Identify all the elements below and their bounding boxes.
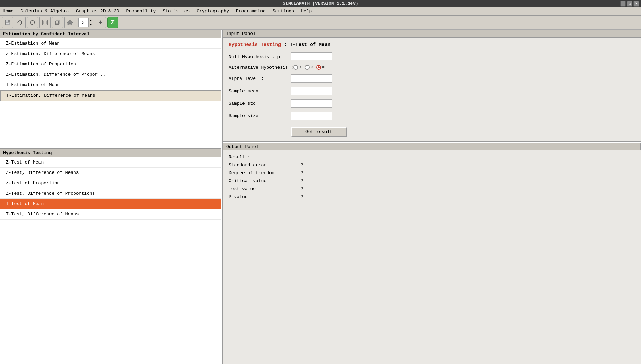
sample-mean-input[interactable]: [291, 87, 332, 95]
degree-freedom-row: Degree of freedom ?: [229, 170, 635, 176]
menu-settings[interactable]: Settings: [271, 8, 295, 15]
estimation-header: Estimation by Confident Interval: [0, 30, 221, 38]
svg-rect-3: [6, 23, 9, 24]
critical-value-value: ?: [301, 178, 303, 184]
estimation-section: Estimation by Confident Interval Z-Estim…: [0, 30, 221, 149]
output-panel-minimize[interactable]: —: [635, 144, 638, 149]
menu-calculus[interactable]: Calculus & Algebra: [19, 8, 70, 15]
fullscreen-button[interactable]: [39, 17, 51, 28]
list-item-z-est-diff-means[interactable]: Z-Estimation, Difference of Means: [0, 49, 221, 59]
hypothesis-section: Hypothesis Testing Z-Test of Mean Z-Test…: [0, 149, 221, 364]
menu-home[interactable]: Home: [1, 8, 15, 15]
list-item-t-test-mean[interactable]: T-Test of Mean: [0, 199, 221, 209]
null-hypothesis-label: Null Hypothesis : μ =: [229, 54, 291, 59]
list-item-z-est-diff-propor[interactable]: Z-Estimation, Difference of Propor...: [0, 69, 221, 80]
critical-value-label: Critical value: [229, 178, 298, 184]
degree-freedom-label: Degree of freedom: [229, 170, 298, 176]
list-item-t-test-diff-means[interactable]: T-Test, Difference of Means: [0, 209, 221, 220]
standard-error-label: Standard error: [229, 162, 298, 168]
svg-rect-1: [6, 20, 8, 22]
list-item-z-est-proportion[interactable]: Z-Estimation of Proportion: [0, 59, 221, 69]
sample-std-row: Sample std: [229, 99, 635, 108]
zoom-stepper: ▲ ▼: [78, 18, 93, 27]
menu-statistics[interactable]: Statistics: [161, 8, 191, 15]
menu-cryptography[interactable]: Cryptography: [195, 8, 230, 15]
list-item-z-test-proportion[interactable]: Z-Test of Proportion: [0, 178, 221, 188]
home-button[interactable]: [64, 17, 75, 28]
plus-button[interactable]: +: [95, 17, 106, 28]
input-panel-minimize[interactable]: —: [635, 31, 638, 36]
test-name-label: T-Test of Mean: [290, 42, 330, 47]
menu-probability[interactable]: Probability: [125, 8, 157, 15]
zoom-down-arrow[interactable]: ▼: [88, 22, 93, 27]
sample-size-label: Sample size: [229, 113, 291, 119]
main-layout: Estimation by Confident Interval Z-Estim…: [0, 30, 641, 364]
get-result-button[interactable]: Get result: [291, 127, 347, 137]
radio-notequal-circle[interactable]: [316, 65, 321, 70]
list-item-z-test-mean[interactable]: Z-Test of Mean: [0, 157, 221, 168]
alpha-level-row: Alpha level :: [229, 74, 635, 83]
sample-size-input[interactable]: [291, 112, 332, 120]
list-item-z-test-diff-proportions[interactable]: Z-Test, Difference of Proportions: [0, 188, 221, 199]
result-label-row: Result :: [229, 155, 635, 160]
p-value-value: ?: [301, 194, 303, 199]
radio-notequal[interactable]: ≠: [316, 65, 325, 70]
undo-button[interactable]: [15, 17, 26, 28]
radio-greater[interactable]: >: [293, 65, 302, 70]
hypothesis-testing-label: Hypothesis Testing: [229, 42, 281, 47]
input-panel: Hypothesis Testing : T-Test of Mean Null…: [223, 37, 641, 141]
output-panel: Output Panel — Result : Standard error ?…: [223, 143, 641, 364]
menu-graphics[interactable]: Graphics 2D & 3D: [75, 8, 121, 15]
z-icon-button[interactable]: Z: [107, 17, 118, 28]
alternative-hypothesis-label: Alternative Hypothesis :: [229, 65, 293, 70]
radio-less[interactable]: <: [305, 65, 313, 70]
standard-error-value: ?: [301, 162, 303, 168]
list-item-z-test-diff-means[interactable]: Z-Test, Difference of Means: [0, 168, 221, 178]
alternative-hypothesis-row: Alternative Hypothesis : > <: [229, 65, 635, 70]
zoom-arrows: ▲ ▼: [88, 18, 93, 27]
list-item-z-est-mean[interactable]: Z-Estimation of Mean: [0, 38, 221, 49]
alpha-level-input[interactable]: [291, 74, 332, 83]
svg-rect-6: [43, 20, 47, 25]
zoom-up-arrow[interactable]: ▲: [88, 18, 93, 22]
save-button[interactable]: [2, 17, 13, 28]
radio-less-circle[interactable]: [305, 65, 310, 70]
output-panel-title: Output Panel: [226, 144, 259, 149]
titlebar: SIMULAMATH (VERSION 1.1.dev) _ □ ×: [0, 0, 641, 7]
sample-mean-row: Sample mean: [229, 87, 635, 95]
sample-std-input[interactable]: [291, 99, 332, 108]
input-panel-form-title: Hypothesis Testing : T-Test of Mean: [229, 42, 635, 47]
svg-marker-4: [17, 21, 18, 24]
hypothesis-header: Hypothesis Testing: [0, 149, 221, 157]
app-title: SIMULAMATH (VERSION 1.1.dev): [283, 1, 358, 6]
minimize-button[interactable]: _: [620, 1, 626, 7]
result-label: Result :: [229, 155, 250, 160]
window-button[interactable]: [52, 17, 63, 28]
radio-greater-circle[interactable]: [293, 65, 298, 70]
svg-rect-7: [44, 21, 46, 24]
close-button[interactable]: ×: [633, 1, 639, 7]
test-value-value: ?: [301, 186, 303, 192]
alpha-level-label: Alpha level :: [229, 76, 291, 81]
estimation-list: Z-Estimation of Mean Z-Estimation, Diffe…: [0, 38, 221, 149]
toolbar: ▲ ▼ + Z: [0, 16, 641, 30]
title-separator: :: [284, 42, 290, 47]
menu-help[interactable]: Help: [300, 8, 313, 15]
sample-size-row: Sample size: [229, 112, 635, 120]
null-hypothesis-row: Null Hypothesis : μ =: [229, 52, 635, 60]
maximize-button[interactable]: □: [627, 1, 632, 7]
left-panel: Estimation by Confident Interval Z-Estim…: [0, 30, 221, 364]
hypothesis-list: Z-Test of Mean Z-Test, Difference of Mea…: [0, 157, 221, 364]
redo-button[interactable]: [27, 17, 38, 28]
radio-notequal-symbol: ≠: [322, 65, 325, 70]
null-hypothesis-input[interactable]: [291, 52, 332, 60]
alt-hypothesis-radio-group: > < ≠: [293, 65, 325, 70]
menu-programming[interactable]: Programming: [235, 8, 267, 15]
zoom-input[interactable]: [79, 18, 88, 27]
test-value-row: Test value ?: [229, 186, 635, 192]
svg-marker-5: [34, 21, 35, 24]
standard-error-row: Standard error ?: [229, 162, 635, 168]
radio-less-symbol: <: [311, 65, 313, 70]
list-item-t-est-mean[interactable]: T-Estimation of Mean: [0, 80, 221, 90]
list-item-t-est-diff-means[interactable]: T-Estimation, Difference of Means: [0, 90, 221, 101]
